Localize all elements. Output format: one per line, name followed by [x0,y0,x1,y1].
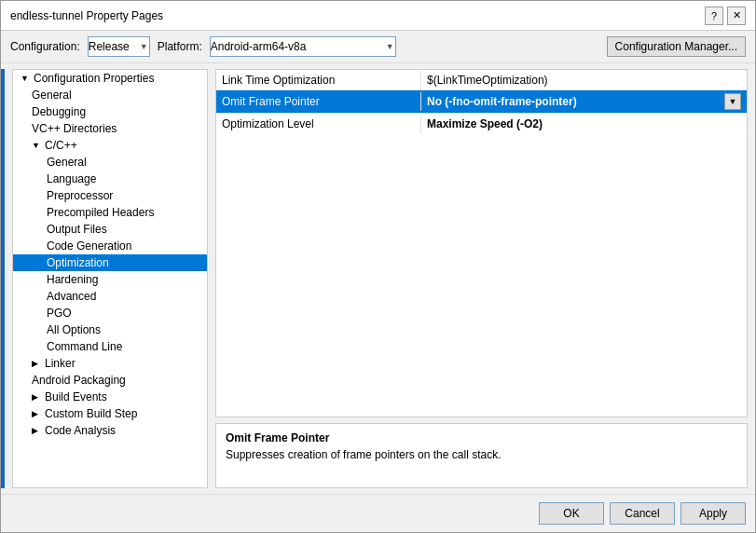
expand-icon-cpp: ▼ [32,141,41,150]
configuration-label: Configuration: [10,40,80,53]
prop-value-link-time: $(LinkTimeOptimization) [421,71,747,89]
expand-icon-build: ▶ [32,392,41,402]
tree-item-cpp[interactable]: ▼C/C++ [13,137,207,154]
platform-select-wrapper: Android-arm64-v8a ▼ [210,36,396,57]
prop-value-opt-level: Maximize Speed (-O2) [421,115,747,133]
prop-dropdown-button[interactable]: ▼ [724,93,741,110]
prop-value-omit-frame: No (-fno-omit-frame-pointer) ▼ [421,90,747,113]
prop-name-omit-frame: Omit Frame Pointer [216,92,421,111]
configuration-select[interactable]: Release [88,36,150,57]
info-description: Suppresses creation of frame pointers on… [226,448,737,461]
tree-item-optimization[interactable]: Optimization [13,254,207,271]
tree-item-build-events[interactable]: ▶Build Events [13,389,207,405]
close-button[interactable]: ✕ [727,7,746,25]
tree-item-vc-dirs[interactable]: VC++ Directories [13,120,207,137]
info-panel: Omit Frame Pointer Suppresses creation o… [215,423,748,488]
tree-item-android-packaging[interactable]: Android Packaging [13,372,207,389]
expand-icon-linker: ▶ [32,359,41,368]
right-panel: Link Time Optimization $(LinkTimeOptimiz… [215,69,748,488]
tree-item-preprocessor[interactable]: Preprocessor [13,187,207,204]
tree-item-output-files[interactable]: Output Files [13,221,207,238]
tree-item-hardening[interactable]: Hardening [13,271,207,288]
tree-item-code-analysis[interactable]: ▶Code Analysis [13,422,207,439]
table-row-link-time[interactable]: Link Time Optimization $(LinkTimeOptimiz… [216,70,747,90]
table-row-omit-frame[interactable]: Omit Frame Pointer No (-fno-omit-frame-p… [216,90,747,114]
tree-item-debugging[interactable]: Debugging [13,103,207,120]
prop-name-link-time: Link Time Optimization [216,71,421,89]
title-bar: endless-tunnel Property Pages ? ✕ [1,1,755,31]
tree-item-custom-build-step[interactable]: ▶Custom Build Step [13,405,207,422]
expand-icon: ▼ [21,74,30,83]
platform-label: Platform: [158,40,202,53]
ok-button[interactable]: OK [539,502,604,525]
tree-item-cpp-general[interactable]: General [13,154,207,171]
prop-value-omit-frame-text: No (-fno-omit-frame-pointer) [427,95,577,108]
main-area-wrapper: ▼Configuration Properties General Debugg… [1,63,755,494]
configuration-row: Configuration: Release ▼ Platform: Andro… [1,31,755,63]
configuration-select-wrapper: Release ▼ [88,36,150,57]
tree-item-code-generation[interactable]: Code Generation [13,238,207,254]
tree-item-command-line[interactable]: Command Line [13,338,207,355]
dialog-title: endless-tunnel Property Pages [10,9,163,22]
tree-item-advanced[interactable]: Advanced [13,288,207,305]
tree-item-linker[interactable]: ▶Linker [13,355,207,372]
bottom-bar: OK Cancel Apply [1,494,755,532]
prop-value-opt-level-text: Maximize Speed (-O2) [427,117,543,130]
platform-select[interactable]: Android-arm64-v8a [210,36,396,57]
expand-icon-code-analysis: ▶ [32,426,41,435]
properties-table: Link Time Optimization $(LinkTimeOptimiz… [215,69,748,417]
tree-item-precompiled-headers[interactable]: Precompiled Headers [13,204,207,221]
cancel-button[interactable]: Cancel [610,502,675,525]
expand-icon-custom: ▶ [32,409,41,418]
prop-name-opt-level: Optimization Level [216,115,421,133]
info-title: Omit Frame Pointer [226,431,737,444]
table-row-opt-level[interactable]: Optimization Level Maximize Speed (-O2) [216,114,747,134]
tree-item-pgo[interactable]: PGO [13,305,207,321]
property-pages-dialog: endless-tunnel Property Pages ? ✕ Config… [0,0,756,533]
configuration-manager-button[interactable]: Configuration Manager... [607,36,746,57]
apply-button[interactable]: Apply [680,502,746,525]
tree-item-general[interactable]: General [13,87,207,103]
help-button[interactable]: ? [705,7,723,25]
tree-item-all-options[interactable]: All Options [13,321,207,338]
tree-item-language[interactable]: Language [13,171,207,187]
main-area: ▼Configuration Properties General Debugg… [5,63,755,494]
tree-panel: ▼Configuration Properties General Debugg… [12,69,208,488]
tree-item-config-props[interactable]: ▼Configuration Properties [13,70,207,87]
title-bar-controls: ? ✕ [705,7,746,25]
